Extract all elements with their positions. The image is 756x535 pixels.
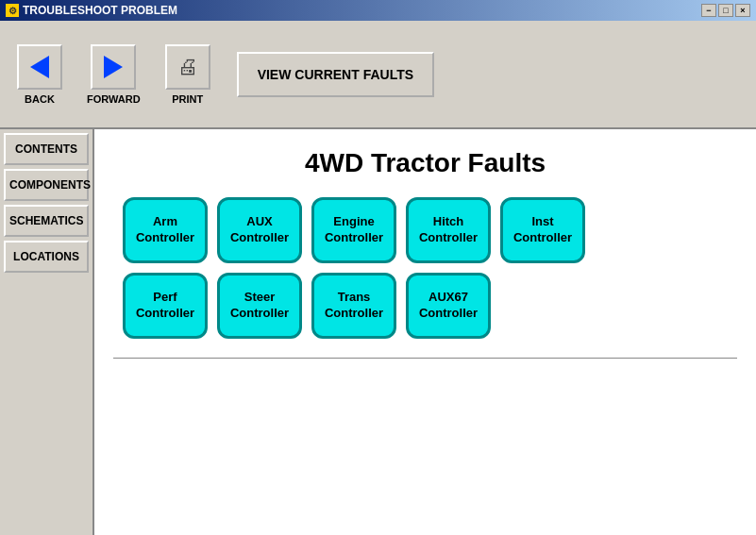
engine-controller-button[interactable]: EngineController <box>311 197 396 263</box>
aux67-controller-button[interactable]: AUX67Controller <box>406 273 491 339</box>
aux-controller-button[interactable]: AUXController <box>217 197 302 263</box>
sidebar-item-contents[interactable]: CONTENTS <box>4 133 89 165</box>
back-label: BACK <box>25 93 55 105</box>
sidebar-item-schematics[interactable]: SCHEMATICS <box>4 205 89 237</box>
hitch-controller-button[interactable]: HitchController <box>406 197 491 263</box>
perf-controller-button[interactable]: PerfController <box>123 273 208 339</box>
forward-label: FORWARD <box>87 93 141 105</box>
print-icon: 🖨 <box>177 55 198 79</box>
title-bar-controls[interactable]: − □ × <box>701 4 750 17</box>
controllers-row-2: PerfController SteerController TransCont… <box>113 273 737 339</box>
sidebar: CONTENTS COMPONENTS SCHEMATICS LOCATIONS <box>0 129 94 535</box>
close-button[interactable]: × <box>735 4 750 17</box>
arm-controller-button[interactable]: ArmController <box>123 197 208 263</box>
back-arrow-icon <box>30 56 49 78</box>
trans-controller-button[interactable]: TransController <box>311 273 396 339</box>
app-icon: ⚙ <box>6 4 19 17</box>
page-title: 4WD Tractor Faults <box>113 148 737 178</box>
content-divider <box>113 358 737 359</box>
inst-controller-button[interactable]: InstController <box>500 197 585 263</box>
title-bar-left: ⚙ TROUBLESHOOT PROBLEM <box>6 4 177 17</box>
back-button-icon-box <box>17 44 62 90</box>
view-faults-label: VIEW CURRENT FAULTS <box>258 67 413 82</box>
forward-button[interactable]: FORWARD <box>79 41 148 109</box>
toolbar: BACK FORWARD 🖨 PRINT VIEW CURRENT FAULTS <box>0 21 756 129</box>
sidebar-item-components[interactable]: COMPONENTS <box>4 169 89 201</box>
print-button[interactable]: 🖨 PRINT <box>158 41 218 109</box>
content-area: 4WD Tractor Faults ArmController AUXCont… <box>94 129 756 535</box>
print-label: PRINT <box>172 93 203 105</box>
controllers-row-1: ArmController AUXController EngineContro… <box>113 197 737 263</box>
title-bar-text: TROUBLESHOOT PROBLEM <box>23 4 177 17</box>
back-button[interactable]: BACK <box>9 41 70 109</box>
title-bar: ⚙ TROUBLESHOOT PROBLEM − □ × <box>0 0 756 21</box>
forward-button-icon-box <box>91 44 136 90</box>
sidebar-item-locations[interactable]: LOCATIONS <box>4 241 89 273</box>
steer-controller-button[interactable]: SteerController <box>217 273 302 339</box>
maximize-button[interactable]: □ <box>718 4 733 17</box>
view-faults-button[interactable]: VIEW CURRENT FAULTS <box>237 52 434 97</box>
print-button-icon-box: 🖨 <box>165 44 210 90</box>
main-area: CONTENTS COMPONENTS SCHEMATICS LOCATIONS… <box>0 129 756 535</box>
minimize-button[interactable]: − <box>701 4 716 17</box>
forward-arrow-icon <box>104 56 123 78</box>
